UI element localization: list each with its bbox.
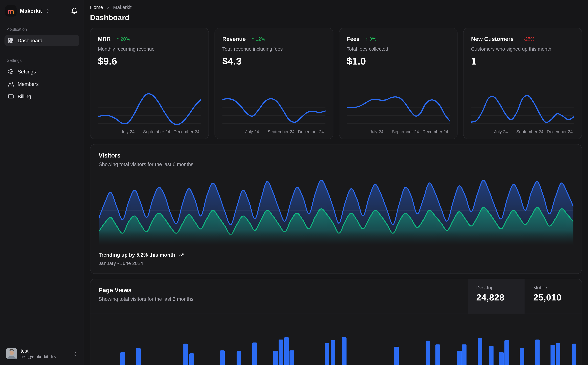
sidebar-item-label: Dashboard (18, 38, 42, 43)
sparkline-chart: July 24September 24December 24 (347, 91, 450, 135)
x-tick-label: December 24 (173, 129, 200, 134)
bar (426, 341, 430, 365)
chevrons-up-down-icon (45, 8, 50, 13)
x-tick-label: September 24 (267, 129, 295, 134)
bar (273, 351, 278, 365)
stat-value: $1.0 (347, 56, 450, 67)
visitors-trend-text: Trending up by 5.2% this month (99, 252, 175, 258)
x-axis-labels: July 24September 24December 24 (347, 127, 450, 135)
stat-title: Fees (347, 35, 360, 42)
page-views-toggle-mobile[interactable]: Mobile25,010 (525, 279, 582, 314)
bar (550, 345, 555, 365)
trend-percent: 9% (369, 36, 376, 42)
bar (290, 351, 294, 365)
user-email: test@makerkit.dev (21, 354, 69, 359)
trend-badge: ↑ 12% (252, 36, 265, 42)
gear-icon (8, 69, 14, 75)
page-views-toggle-desktop[interactable]: Desktop24,828 (468, 279, 525, 314)
toggle-value: 25,010 (533, 292, 574, 303)
page-views-header: Page Views Showing total visitors for th… (90, 279, 581, 314)
bar (284, 337, 289, 365)
stat-card-revenue: Revenue ↑ 12% Total revenue including fe… (214, 28, 333, 139)
sparkline-chart: July 24September 24December 24 (471, 91, 574, 135)
stat-title: New Customers (471, 35, 514, 42)
breadcrumb-home[interactable]: Home (90, 5, 103, 10)
stat-value: $4.3 (222, 56, 325, 67)
trend-arrow-icon: ↓ (520, 36, 522, 41)
stat-subtitle: Monthly recurring revenue (98, 46, 201, 52)
x-tick-label: July 24 (121, 129, 135, 134)
sidebar-item-dashboard[interactable]: Dashboard (5, 35, 79, 46)
sidebar-item-billing[interactable]: Billing (5, 91, 79, 102)
stat-value: 1 (471, 56, 574, 67)
visitors-title: Visitors (99, 152, 573, 159)
bar (457, 351, 462, 365)
sidebar-item-label: Settings (18, 69, 36, 74)
chevron-right-icon (106, 5, 111, 10)
bar (236, 351, 241, 365)
user-name: test (21, 348, 69, 354)
stat-title: MRR (98, 35, 111, 42)
sidebar-item-label: Members (18, 81, 39, 87)
sparkline-chart: July 24September 24December 24 (98, 91, 201, 135)
stat-subtitle: Total revenue including fees (222, 46, 325, 52)
visitors-footer: Trending up by 5.2% this month January -… (99, 252, 573, 266)
x-tick-label: September 24 (392, 129, 419, 134)
bar (436, 344, 440, 365)
sidebar-item-members[interactable]: Members (5, 78, 79, 90)
stat-card-fees: Fees ↑ 9% Total fees collected $1.0 July… (339, 28, 458, 139)
bar (279, 339, 283, 365)
users-icon (8, 81, 14, 87)
sidebar-nav: ApplicationDashboardSettingsSettingsMemb… (4, 27, 80, 346)
trend-badge: ↑ 20% (117, 36, 130, 42)
bar (394, 347, 399, 365)
page-views-toggles: Desktop24,828Mobile25,010 (468, 279, 581, 314)
bar (504, 340, 509, 365)
stat-card-header: MRR ↑ 20% (98, 35, 201, 42)
page-views-subtitle: Showing total visitors for the last 3 mo… (99, 296, 459, 302)
sparkline-chart: July 24September 24December 24 (222, 91, 325, 135)
bar (520, 348, 525, 365)
trend-percent: -25% (524, 36, 534, 42)
x-tick-label: September 24 (143, 129, 170, 134)
workspace-name: Makerkit (20, 8, 42, 14)
chevrons-up-down-icon (73, 351, 78, 356)
bar (183, 344, 188, 365)
trend-arrow-icon: ↑ (252, 36, 254, 41)
trend-arrow-icon: ↑ (117, 36, 119, 41)
x-tick-label: December 24 (422, 129, 448, 134)
stat-card-header: Revenue ↑ 12% (222, 35, 325, 42)
trending-up-icon (178, 252, 184, 258)
stat-card-header: Fees ↑ 9% (347, 35, 450, 42)
sidebar-header: m Makerkit (4, 5, 80, 17)
main-content: Home Makerkit Dashboard MRR ↑ 20% Monthl… (84, 0, 588, 365)
stat-value: $9.6 (98, 56, 201, 67)
logo-letter: m (8, 7, 14, 14)
stat-subtitle: Total fees collected (347, 46, 450, 52)
bar (342, 337, 346, 365)
notifications-bell-icon[interactable] (71, 7, 78, 14)
chart-bottom-fade (99, 230, 573, 247)
sidebar-item-label: Billing (18, 94, 31, 99)
visitors-area-chart (99, 174, 573, 246)
trend-badge: ↓ -25% (520, 36, 535, 42)
makerkit-logo: m (5, 5, 17, 17)
dashboard-icon (8, 38, 14, 43)
bar (220, 351, 225, 365)
page-title: Dashboard (90, 14, 582, 22)
bar (136, 348, 141, 365)
user-menu[interactable]: test test@makerkit.dev (4, 346, 80, 361)
toggle-label: Mobile (533, 285, 574, 290)
x-axis-labels: July 24September 24December 24 (222, 127, 325, 135)
bar (121, 352, 125, 365)
bar (556, 343, 560, 365)
visitors-subtitle: Showing total visitors for the last 6 mo… (99, 162, 573, 167)
visitors-date-range: January - June 2024 (99, 260, 573, 266)
x-axis-labels: July 24September 24December 24 (98, 127, 201, 135)
bar (535, 339, 540, 365)
credit-card-icon (8, 93, 14, 99)
bar (325, 343, 329, 365)
stat-card-header: New Customers ↓ -25% (471, 35, 574, 42)
workspace-selector[interactable]: m Makerkit (5, 5, 50, 17)
sidebar-item-settings[interactable]: Settings (5, 66, 79, 77)
